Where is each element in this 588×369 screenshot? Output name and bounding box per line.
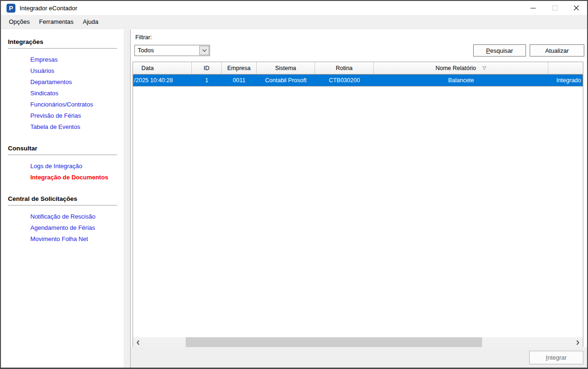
column-header-data[interactable]: Data — [133, 62, 192, 74]
column-header-sistema[interactable]: Sistema — [257, 62, 315, 74]
integrate-button[interactable]: Integrar — [529, 351, 583, 364]
menu-opcoes[interactable]: Opções — [4, 15, 35, 28]
cell-id: 1 — [192, 74, 222, 86]
section-title-central-de-solicitacoes: Central de Solicitações — [8, 195, 117, 206]
sidebar: IntegraçõesEmpresasUsuáriosDepartamentos… — [1, 29, 124, 368]
sidebar-item-funcionarios-contratos[interactable]: Funcionários/Contratos — [30, 99, 124, 110]
main-panel: Filtrar: Todos Pesquisar Atualizar DataI… — [130, 29, 587, 368]
sidebar-section-integracoes: IntegraçõesEmpresasUsuáriosDepartamentos… — [1, 38, 124, 133]
sidebar-item-sindicatos[interactable]: Sindicatos — [30, 88, 124, 99]
table-header: DataIDEmpresaSistemaRotinaNome Relatório… — [133, 62, 583, 74]
cell-nome-relatorio: Balancete — [374, 74, 548, 86]
column-header-id[interactable]: ID — [192, 62, 222, 74]
section-title-consultar: Consultar — [8, 145, 117, 155]
menu-bar: OpçõesFerramentasAjuda — [1, 15, 587, 29]
column-header-nome-relatorio[interactable]: Nome Relatório▽ — [374, 62, 548, 74]
sidebar-item-integracao-de-documentos[interactable]: Integração de Documentos — [30, 172, 124, 183]
sidebar-item-logs-de-integracao[interactable]: Logs de Integração — [30, 161, 124, 172]
sidebar-item-departamentos[interactable]: Departamentos — [30, 77, 124, 88]
sidebar-item-notificacao-de-rescisao[interactable]: Notificação de Rescisão — [30, 211, 124, 222]
scroll-left-button[interactable] — [133, 337, 143, 348]
sidebar-item-movimento-folha-net[interactable]: Movimento Folha Net — [30, 234, 124, 245]
close-button[interactable] — [566, 1, 587, 15]
filter-select[interactable]: Todos — [134, 45, 210, 56]
refresh-button[interactable]: Atualizar — [530, 44, 584, 57]
sidebar-section-consultar: ConsultarLogs de IntegraçãoIntegração de… — [1, 145, 124, 183]
cell-sistema: Contabil Prosoft — [257, 74, 315, 86]
horizontal-scrollbar[interactable] — [133, 337, 583, 348]
maximize-icon — [552, 5, 558, 11]
sidebar-item-tabela-de-eventos[interactable]: Tabela de Eventos — [30, 121, 124, 133]
filter-label: Filtrar: — [135, 34, 152, 41]
menu-ajuda[interactable]: Ajuda — [78, 15, 103, 28]
sidebar-section-central-de-solicitacoes: Central de SolicitaçõesNotificação de Re… — [1, 195, 124, 245]
title-bar: P Integrador eContador — [1, 1, 587, 15]
footer-bar: Integrar — [131, 347, 587, 368]
close-icon — [574, 5, 579, 11]
section-links-consultar: Logs de IntegraçãoIntegração de Document… — [1, 161, 124, 183]
scrollbar-thumb[interactable] — [186, 337, 482, 348]
app-logo-icon: P — [7, 4, 15, 13]
menu-ferramentas[interactable]: Ferramentas — [35, 15, 78, 28]
chevron-left-icon — [136, 340, 140, 345]
section-links-integracoes: EmpresasUsuáriosDepartamentosSindicatosF… — [1, 54, 124, 133]
app-window: P Integrador eContador OpçõesFerramentas… — [0, 0, 588, 369]
cell-status: Integrado — [548, 74, 583, 86]
table-row[interactable]: /2025 10:40:2810011Contabil ProsoftCTB03… — [133, 74, 583, 86]
sidebar-item-empresas[interactable]: Empresas — [30, 54, 124, 65]
maximize-button — [544, 1, 566, 15]
sidebar-item-usuarios[interactable]: Usuários — [30, 65, 124, 77]
window-body: IntegraçõesEmpresasUsuáriosDepartamentos… — [1, 29, 587, 368]
documents-table: DataIDEmpresaSistemaRotinaNome Relatório… — [133, 62, 583, 348]
window-title: Integrador eContador — [20, 5, 77, 12]
chevron-down-icon — [202, 49, 207, 52]
sort-descending-icon: ▽ — [483, 65, 486, 71]
sidebar-item-previsao-de-ferias[interactable]: Previsão de Férias — [30, 110, 124, 121]
section-links-central-de-solicitacoes: Notificação de RescisãoAgendamento de Fé… — [1, 211, 124, 245]
search-button[interactable]: Pesquisar — [473, 44, 526, 57]
cell-empresa: 0011 — [222, 74, 257, 86]
cell-rotina: CTB030200 — [315, 74, 374, 86]
sidebar-item-agendamento-de-ferias[interactable]: Agendamento de Férias — [30, 222, 124, 234]
combo-dropdown-button[interactable] — [199, 46, 209, 55]
minimize-icon — [531, 5, 536, 11]
column-header-status[interactable] — [548, 62, 583, 74]
minimize-button[interactable] — [523, 1, 544, 15]
window-controls — [523, 1, 587, 15]
scroll-right-button[interactable] — [573, 337, 583, 348]
column-header-empresa[interactable]: Empresa — [222, 62, 257, 74]
cell-data: /2025 10:40:28 — [133, 74, 192, 86]
section-title-integracoes: Integrações — [8, 38, 117, 49]
chevron-right-icon — [576, 340, 580, 345]
column-header-rotina[interactable]: Rotina — [315, 62, 374, 74]
filter-selected-value: Todos — [138, 45, 154, 56]
